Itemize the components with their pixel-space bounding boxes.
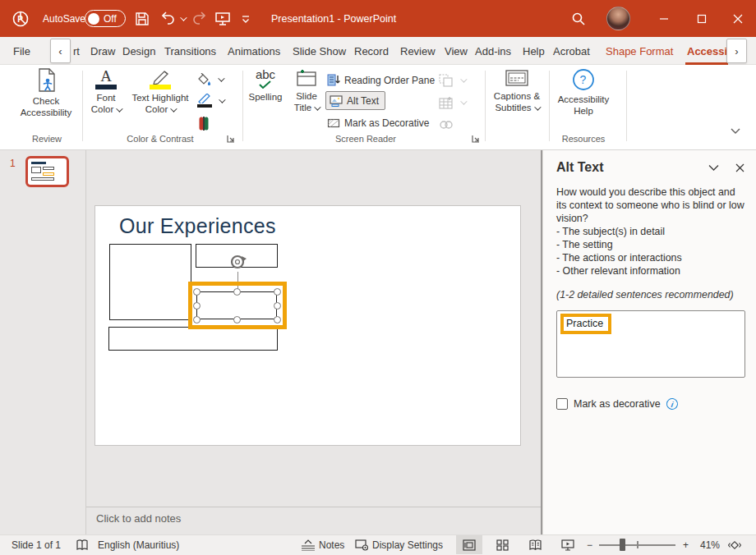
maximize-button[interactable] <box>683 0 720 37</box>
group-objects-button[interactable] <box>439 71 465 89</box>
mark-as-decorative-button[interactable]: Mark as Decorative <box>327 113 429 132</box>
tab-animations[interactable]: Animations <box>228 37 280 65</box>
captions-subtitles-button[interactable]: Captions & Subtitles <box>490 68 544 113</box>
tab-accessibility[interactable]: Accessib <box>687 37 728 65</box>
info-icon[interactable]: i <box>666 397 679 411</box>
pane-chevron-down-icon[interactable] <box>708 164 719 172</box>
slide-canvas[interactable]: Our Experiences <box>94 205 521 446</box>
slide-title-icon <box>295 68 318 88</box>
captions-icon <box>505 68 529 88</box>
zoom-level[interactable]: 41% <box>700 535 720 554</box>
zoom-slider-thumb[interactable] <box>620 539 625 551</box>
check-accessibility-label-1: Check <box>33 96 60 106</box>
tab-design[interactable]: Design <box>122 37 155 65</box>
group-separator <box>485 71 486 141</box>
spelling-button[interactable]: abc Spelling <box>247 68 284 103</box>
slide-indicator[interactable]: Slide 1 of 1 <box>12 535 61 554</box>
tab-draw[interactable]: Draw <box>90 37 115 65</box>
minimize-button[interactable] <box>645 0 682 37</box>
color-contrast-checker-button[interactable] <box>199 114 209 133</box>
highlight-label-2: Color <box>145 104 168 114</box>
mark-decorative-icon <box>327 117 340 129</box>
collapse-ribbon-button[interactable] <box>730 127 741 135</box>
help-icon: ? <box>572 68 595 91</box>
notes-divider[interactable] <box>86 507 541 507</box>
display-settings-button[interactable]: Display Settings <box>355 535 443 554</box>
tab-file[interactable]: File <box>13 37 30 65</box>
thumb-shape <box>43 167 54 170</box>
rotate-handle-icon[interactable] <box>228 251 248 273</box>
shape-fill-button[interactable] <box>197 70 223 89</box>
tab-shape-format[interactable]: Shape Format <box>606 37 673 65</box>
pane-bullet: - The setting <box>556 238 744 251</box>
close-button[interactable] <box>719 0 756 37</box>
pane-hint: (1-2 detailed sentences recommended) <box>556 289 744 300</box>
text-highlight-color-button[interactable]: Text Highlight Color <box>127 68 193 115</box>
alt-text-value-highlighted: Practice <box>560 314 611 334</box>
dropdown-caret-icon <box>460 98 467 104</box>
slide-shape-rect-bottom[interactable] <box>108 327 278 351</box>
tab-transitions[interactable]: Transitions <box>164 37 216 65</box>
normal-view-button[interactable] <box>456 535 482 554</box>
fit-to-window-button[interactable] <box>728 535 741 554</box>
color-contrast-dialog-launcher[interactable] <box>227 135 237 144</box>
check-accessibility-label-2: Accessibility <box>21 108 72 117</box>
notes-placeholder[interactable]: Click to add notes <box>96 512 181 525</box>
spell-check-button[interactable] <box>76 535 89 554</box>
display-settings-icon <box>355 539 369 551</box>
language-indicator[interactable]: English (Mauritius) <box>98 535 179 554</box>
tab-review[interactable]: Review <box>400 37 436 65</box>
save-button[interactable] <box>135 0 150 37</box>
zoom-in-button[interactable]: + <box>683 535 689 554</box>
quick-access-toolbar-menu[interactable] <box>241 0 251 37</box>
redo-button[interactable] <box>191 0 208 37</box>
tab-scroll-left-button[interactable]: ‹ <box>50 39 71 63</box>
highlight-color-swatch <box>150 85 171 89</box>
font-color-button[interactable]: A Font Color <box>87 68 125 115</box>
accessibility-help-button[interactable]: ? Accessibility Help <box>552 68 615 117</box>
start-presentation-button[interactable] <box>214 0 231 37</box>
slide-thumbnail[interactable] <box>25 156 69 187</box>
thumb-shape <box>31 167 41 173</box>
spell-check-icon <box>76 539 89 551</box>
notes-toggle-label: Notes <box>319 539 344 551</box>
toggle-knob <box>88 13 99 25</box>
zoom-out-button[interactable]: − <box>587 535 592 554</box>
link-button[interactable] <box>439 115 454 134</box>
pane-close-icon[interactable] <box>735 163 744 172</box>
insert-table-button[interactable] <box>439 93 465 112</box>
dropdown-caret-icon <box>460 76 467 82</box>
slide-sorter-view-button[interactable] <box>489 535 515 554</box>
tab-insert-truncated[interactable]: rt <box>73 37 80 65</box>
reading-order-pane-button[interactable]: Reading Order Pane <box>327 71 435 89</box>
group-label-review: Review <box>16 134 77 144</box>
slide-title-text[interactable]: Our Experiences <box>119 214 276 238</box>
undo-button[interactable] <box>159 0 185 37</box>
slide-shape-rect-left[interactable] <box>109 244 191 320</box>
slide-editor-canvas[interactable]: Our Experiences Click to add notes <box>86 150 541 534</box>
tab-add-ins[interactable]: Add-ins <box>475 37 511 65</box>
pane-bullet: - The subject(s) in detail <box>556 225 744 238</box>
slide-show-button[interactable] <box>555 535 581 554</box>
tab-scroll-right-button[interactable]: › <box>726 39 747 63</box>
tab-slide-show[interactable]: Slide Show <box>293 37 346 65</box>
screen-reader-dialog-launcher[interactable] <box>472 135 482 144</box>
shape-outline-button[interactable] <box>197 91 224 110</box>
mark-decorative-checkbox[interactable] <box>556 398 568 410</box>
tab-help[interactable]: Help <box>523 37 545 65</box>
alt-text-input[interactable]: Practice <box>556 310 745 378</box>
search-button[interactable] <box>571 0 586 37</box>
dropdown-caret-icon <box>534 103 541 110</box>
autosave-toggle[interactable]: Off <box>85 0 126 37</box>
account-avatar[interactable] <box>606 0 630 37</box>
tab-view[interactable]: View <box>445 37 468 65</box>
powerpoint-app-icon[interactable]: P <box>12 0 30 37</box>
alt-text-button[interactable]: Alt Text <box>325 91 385 110</box>
tab-acrobat[interactable]: Acrobat <box>553 37 590 65</box>
fill-bucket-icon <box>197 73 211 86</box>
reading-view-button[interactable] <box>522 535 548 554</box>
tab-record[interactable]: Record <box>354 37 389 65</box>
notes-toggle-button[interactable]: Notes <box>301 535 344 554</box>
slide-title-button[interactable]: Slide Title <box>289 68 324 113</box>
check-accessibility-button[interactable]: Check Accessibility <box>15 68 77 118</box>
